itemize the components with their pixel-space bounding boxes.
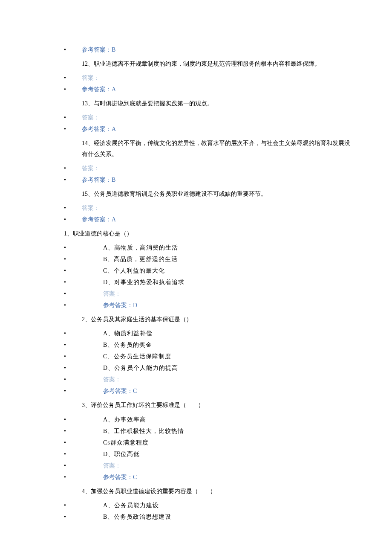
reference-answer-label: 参考答案：B: [82, 175, 115, 184]
user-answer-row: • 答案：: [64, 113, 328, 122]
question-text: 14、经济发展的不平衡，传统文化的差异性，教育水平的层次不齐，与社会主义荣辱观的…: [82, 138, 355, 159]
bullet-icon: •: [64, 301, 103, 310]
reference-answer-row: • 参考答案：C: [64, 473, 328, 482]
bullet-icon: •: [64, 461, 103, 470]
user-answer-label: 答案：: [82, 164, 100, 173]
reference-answer-row: • 参考答案：D: [64, 301, 328, 310]
bullet-icon: •: [64, 501, 103, 510]
question-text: 13、与时俱进说到底就是要把握实践第一的观点。: [82, 98, 328, 109]
option-row: • A、物质利益补偿: [64, 329, 328, 338]
bullet-icon: •: [64, 125, 82, 134]
bullet-icon: •: [64, 415, 103, 424]
bullet-icon: •: [64, 375, 103, 384]
bullet-icon: •: [64, 175, 82, 184]
bullet-icon: •: [64, 438, 103, 447]
bullet-icon: •: [64, 164, 82, 173]
user-answer-row: • 答案：: [64, 73, 328, 82]
option-text: B、高品质，更舒适的生活: [103, 255, 178, 264]
option-row: • C、个人利益的最大化: [64, 266, 328, 275]
document-page: • 参考答案：B 12、职业道德离不开规章制度的约束，制度约束是规范管理和服务的…: [0, 0, 392, 555]
option-text: A、办事效率高: [103, 415, 146, 424]
bullet-icon: •: [64, 243, 103, 252]
bullet-icon: •: [64, 363, 103, 372]
user-answer-label: 答案：: [82, 73, 100, 82]
user-answer-row: • 答案：: [64, 289, 328, 298]
reference-answer-label: 参考答案：A: [82, 215, 116, 224]
option-text: D、公务员个人能力的提高: [103, 363, 178, 372]
option-row: • Cs群众满意程度: [64, 438, 328, 447]
option-row: • B、公务员政治思想建设: [64, 512, 328, 521]
bullet-icon: •: [64, 215, 82, 224]
option-row: • D、公务员个人能力的提高: [64, 363, 328, 372]
reference-answer-row: • 参考答案：A: [64, 215, 328, 224]
bullet-icon: •: [64, 266, 103, 275]
reference-answer-label: 参考答案：C: [103, 473, 137, 482]
option-text: A、公务员能力建设: [103, 501, 159, 510]
reference-answer-row: • 参考答案：A: [64, 85, 328, 94]
option-text: B、公务员政治思想建设: [103, 512, 171, 521]
bullet-icon: •: [64, 352, 103, 361]
bullet-icon: •: [64, 512, 103, 521]
user-answer-label: 答案：: [103, 375, 121, 384]
reference-answer-row: • 参考答案：C: [64, 386, 328, 395]
option-text: C、公务员生活保障制度: [103, 352, 171, 361]
option-text: D、对事业的热爱和执着追求: [103, 278, 184, 287]
bullet-icon: •: [64, 278, 103, 287]
bullet-icon: •: [64, 386, 103, 395]
question-text: 12、职业道德离不开规章制度的约束，制度约束是规范管理和服务的根本内容和最终保障…: [82, 58, 355, 69]
user-answer-row: • 答案：: [64, 461, 328, 470]
bullet-icon: •: [64, 427, 103, 436]
bullet-icon: •: [64, 289, 103, 298]
reference-answer-label: 参考答案：B: [82, 45, 115, 54]
bullet-icon: •: [64, 255, 103, 264]
option-row: • C、公务员生活保障制度: [64, 352, 328, 361]
bullet-icon: •: [64, 113, 82, 122]
option-row: • D、职位高低: [64, 450, 328, 459]
reference-answer-row: • 参考答案：A: [64, 125, 328, 134]
reference-answer-label: 参考答案：C: [103, 386, 137, 395]
reference-answer-label: 参考答案：D: [103, 301, 137, 310]
user-answer-row: • 答案：: [64, 164, 328, 173]
option-text: A、高物质，高消费的生活: [103, 243, 178, 252]
option-text: C、个人利益的最大化: [103, 266, 165, 275]
bullet-icon: •: [64, 450, 103, 459]
option-text: B、公务员的奖金: [103, 340, 152, 349]
option-text: B、工作积极性大，比较热情: [103, 427, 184, 436]
option-row: • B、工作积极性大，比较热情: [64, 427, 328, 436]
option-row: • A、高物质，高消费的生活: [64, 243, 328, 252]
bullet-icon: •: [64, 45, 82, 54]
bullet-icon: •: [64, 340, 103, 349]
option-text: A、物质利益补偿: [103, 329, 153, 338]
option-row: • D、对事业的热爱和执着追求: [64, 278, 328, 287]
bullet-icon: •: [64, 203, 82, 212]
reference-answer-label: 参考答案：A: [82, 85, 116, 94]
bullet-icon: •: [64, 473, 103, 482]
question-text: 2、公务员及其家庭生活的基本保证是（）: [82, 314, 328, 325]
bullet-icon: •: [64, 329, 103, 338]
question-text: 15、公务员道德教育培训是公务员职业道德建设不可或缺的重要环节。: [82, 189, 328, 199]
option-row: • B、公务员的奖金: [64, 340, 328, 349]
user-answer-label: 答案：: [103, 461, 121, 470]
user-answer-label: 答案：: [82, 113, 100, 122]
bullet-icon: •: [64, 85, 82, 94]
reference-answer-label: 参考答案：A: [82, 125, 116, 134]
reference-answer-row: • 参考答案：B: [64, 175, 328, 184]
question-text: 1、职业道德的核心是（）: [64, 228, 328, 239]
user-answer-label: 答案：: [103, 289, 121, 298]
reference-answer-row: • 参考答案：B: [64, 45, 328, 54]
user-answer-row: • 答案：: [64, 375, 328, 384]
question-text: 4、加强公务员职业道德建设的重要内容是（ ）: [82, 486, 328, 497]
question-text: 3、评价公务员工作好坏的主要标准是（ ）: [82, 400, 328, 410]
option-text: D、职位高低: [103, 450, 140, 459]
option-text: Cs群众满意程度: [103, 438, 149, 447]
option-row: • B、高品质，更舒适的生活: [64, 255, 328, 264]
user-answer-row: • 答案：: [64, 203, 328, 212]
user-answer-label: 答案：: [82, 203, 100, 212]
option-row: • A、办事效率高: [64, 415, 328, 424]
option-row: • A、公务员能力建设: [64, 501, 328, 510]
bullet-icon: •: [64, 73, 82, 82]
